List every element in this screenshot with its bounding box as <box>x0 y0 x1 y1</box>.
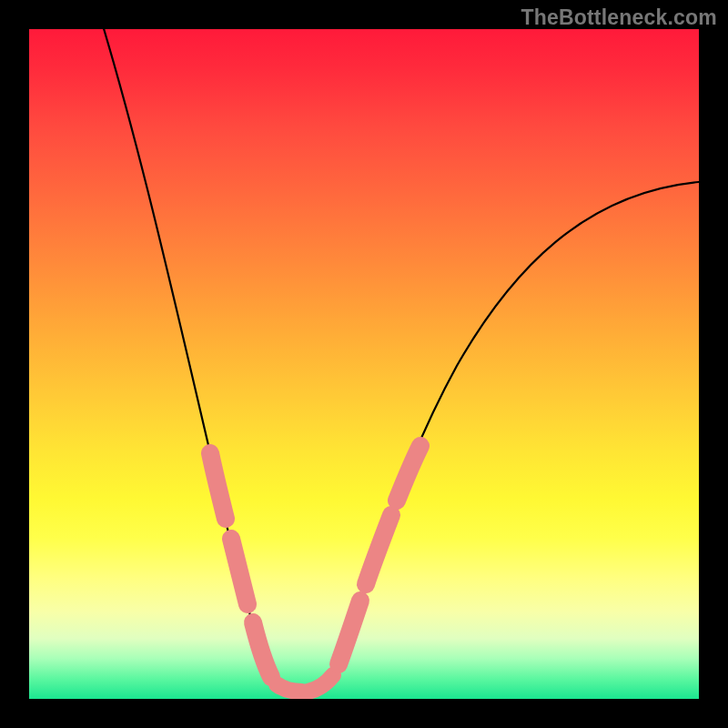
chart-stage: TheBottleneck.com <box>0 0 728 728</box>
attribution-text: TheBottleneck.com <box>521 5 717 30</box>
plot-area <box>29 29 699 699</box>
gradient-background <box>29 29 699 699</box>
